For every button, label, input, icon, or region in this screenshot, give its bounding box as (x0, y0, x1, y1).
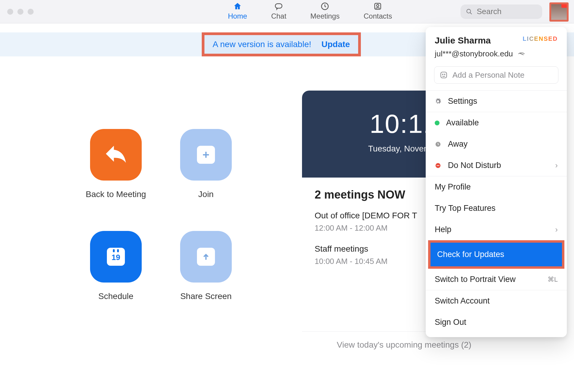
status-away-label: Away (448, 139, 468, 149)
menu-sign-out[interactable]: Sign Out (426, 312, 567, 333)
clock-icon (320, 2, 330, 11)
chevron-right-icon: › (555, 161, 558, 170)
hidden-eye-icon (518, 52, 525, 56)
nav-tabs: Home Chat Meetings Contacts (228, 2, 392, 20)
calendar-icon: 19 (107, 248, 125, 266)
tile-back-to-meeting[interactable]: Back to Meeting (71, 129, 161, 210)
tab-chat[interactable]: Chat (271, 2, 286, 20)
minimize-window-button[interactable] (17, 9, 23, 15)
tile-share-label: Share Screen (180, 292, 231, 301)
profile-dropdown: Julie Sharma LICENSED jul***@stonybrook.… (426, 27, 567, 337)
profile-email: jul***@stonybrook.edu (435, 49, 513, 58)
update-link[interactable]: Update (322, 40, 350, 49)
search-input[interactable] (477, 7, 537, 16)
profile-avatar-button[interactable] (549, 2, 569, 22)
close-window-button[interactable] (7, 9, 13, 15)
menu-switch-account-label: Switch Account (435, 296, 490, 306)
home-tiles: Back to Meeting Join 19 Schedule (71, 129, 251, 312)
menu-my-profile[interactable]: My Profile (426, 176, 567, 198)
menu-switch-account[interactable]: Switch Account (426, 290, 567, 312)
menu-help-label: Help (435, 225, 452, 234)
search-icon (466, 8, 473, 16)
tab-meetings[interactable]: Meetings (310, 2, 340, 20)
plus-icon (197, 146, 215, 164)
tab-contacts-label: Contacts (364, 12, 392, 20)
license-badge: LICENSED (523, 35, 558, 42)
reply-arrow-icon (104, 143, 128, 167)
portrait-shortcut: ⌘L (548, 276, 558, 283)
profile-name: Julie Sharma (435, 35, 491, 46)
recording-badge-icon (561, 4, 567, 8)
svg-point-7 (444, 74, 445, 75)
svg-rect-0 (275, 4, 282, 8)
menu-check-updates[interactable]: Check for Updates (431, 243, 562, 266)
update-banner-text: A new version is available! (213, 40, 311, 49)
status-dnd-label: Do Not Disturb (448, 161, 501, 170)
tab-home[interactable]: Home (228, 2, 247, 20)
dnd-icon (435, 162, 441, 169)
window-controls (7, 9, 34, 15)
gear-icon (435, 98, 441, 105)
menu-portrait-view[interactable]: Switch to Portrait View ⌘L (426, 269, 567, 290)
menu-settings-label: Settings (448, 97, 477, 106)
menu-settings[interactable]: Settings (426, 91, 567, 112)
tab-home-label: Home (228, 12, 247, 20)
svg-point-4 (467, 9, 471, 13)
app-window: Home Chat Meetings Contacts (0, 0, 574, 392)
away-clock-icon (435, 141, 441, 148)
chevron-right-icon: › (555, 225, 558, 234)
menu-try-top-label: Try Top Features (435, 204, 496, 213)
tab-contacts[interactable]: Contacts (364, 2, 392, 20)
chat-icon (274, 2, 284, 11)
status-dnd[interactable]: Do Not Disturb › (426, 155, 567, 176)
menu-my-profile-label: My Profile (435, 182, 471, 192)
personal-note-input[interactable]: Add a Personal Note (434, 66, 558, 84)
tile-back-label: Back to Meeting (86, 190, 146, 199)
tile-schedule-label: Schedule (98, 292, 134, 301)
status-dot-green-icon (435, 121, 440, 125)
calendar-day-number: 19 (112, 253, 120, 262)
tab-chat-label: Chat (271, 12, 286, 20)
smile-icon (440, 71, 448, 79)
svg-rect-5 (441, 72, 447, 78)
status-away[interactable]: Away (426, 133, 567, 155)
home-icon (232, 2, 243, 11)
personal-note-placeholder: Add a Personal Note (452, 70, 524, 80)
menu-check-updates-label: Check for Updates (437, 250, 504, 259)
upload-arrow-icon (197, 248, 215, 266)
tile-join[interactable]: Join (161, 129, 251, 210)
topbar: Home Chat Meetings Contacts (0, 0, 574, 23)
update-banner: A new version is available! Update (202, 32, 361, 56)
status-available-label: Available (446, 118, 479, 127)
menu-portrait-label: Switch to Portrait View (435, 275, 516, 284)
status-available[interactable]: Available (426, 112, 567, 133)
menu-try-top-features[interactable]: Try Top Features (426, 198, 567, 219)
menu-sign-out-label: Sign Out (435, 318, 466, 327)
fullscreen-window-button[interactable] (28, 9, 34, 15)
contacts-icon (373, 2, 383, 11)
svg-point-6 (443, 74, 443, 75)
svg-rect-10 (437, 165, 439, 166)
tab-meetings-label: Meetings (310, 12, 340, 20)
menu-help[interactable]: Help › (426, 219, 567, 240)
menu-check-updates-highlighted: Check for Updates (428, 240, 564, 269)
tile-join-label: Join (198, 190, 213, 199)
tile-schedule[interactable]: 19 Schedule (71, 231, 161, 312)
tile-share-screen[interactable]: Share Screen (161, 231, 251, 312)
svg-point-3 (377, 4, 379, 7)
search-box[interactable] (461, 4, 542, 19)
